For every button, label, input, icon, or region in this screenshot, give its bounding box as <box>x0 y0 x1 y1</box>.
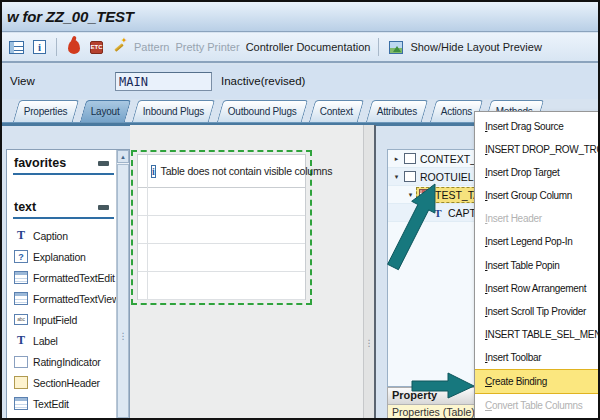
palette-section-favorites: favorites <box>13 155 114 175</box>
palette-item-label: InputField <box>33 314 77 326</box>
palette-item-icon <box>14 250 28 263</box>
scroll-up-button[interactable]: ▲ <box>117 150 129 163</box>
palette-item[interactable]: FormattedTextEdit <box>13 267 116 288</box>
tab-label: Outbound Plugs <box>228 102 297 122</box>
context-menu-item-label: Insert Scroll Tip Provider <box>485 306 586 317</box>
tree-expander-icon[interactable]: ▸ <box>391 155 402 163</box>
selected-element-outline: i Table does not contain visible columns <box>131 150 312 305</box>
palette-item-label: Caption <box>33 230 68 242</box>
palette-item-label: TextEdit <box>33 398 69 410</box>
scrollbar-thumb[interactable]: ⋮ <box>117 164 129 418</box>
info-icon: i <box>151 165 156 178</box>
tab-label: Inbound Plugs <box>143 102 204 122</box>
context-menu: Insert Drag Source INSERT DROP_ROW_TRG_I… <box>474 111 600 420</box>
tab[interactable]: Properties <box>13 100 79 122</box>
tree-item-icon <box>404 153 416 164</box>
preview-scrollbar[interactable]: ⋮ <box>363 125 374 418</box>
tree-item-icon <box>404 171 416 182</box>
activate-icon[interactable]: ETC <box>88 39 105 56</box>
table-empty-row <box>138 272 305 300</box>
context-menu-item-label: Insert Drag Source <box>485 121 564 132</box>
context-menu-item[interactable]: Insert Group Column <box>475 184 600 207</box>
palette-item-label: SectionHeader <box>33 377 100 389</box>
context-menu-item[interactable]: Insert Header <box>475 207 600 230</box>
tab-label: Layout <box>91 102 120 122</box>
palette-item[interactable]: Explanation <box>13 246 116 267</box>
context-menu-item[interactable]: Insert Table Popin <box>475 253 600 276</box>
check-flame-icon[interactable] <box>65 39 82 56</box>
palette-item-icon <box>14 229 28 243</box>
context-menu-item-label: Insert Toolbar <box>485 352 541 363</box>
palette-item-icon <box>14 397 28 410</box>
toolbar-separator <box>378 38 379 56</box>
context-menu-item[interactable]: Convert Table Columns <box>475 394 600 417</box>
context-menu-item[interactable]: Insert Row Arrangement <box>475 277 600 300</box>
table-preview[interactable]: i Table does not contain visible columns <box>137 154 306 300</box>
grid-view-icon[interactable] <box>8 39 25 56</box>
tab[interactable]: Layout <box>80 100 131 122</box>
tree-item-icon <box>432 207 444 219</box>
wand-icon[interactable] <box>111 39 128 56</box>
context-menu-item[interactable]: Create Binding <box>475 369 600 394</box>
table-empty-row <box>138 216 305 244</box>
palette-item-label: FormattedTextView <box>33 293 116 305</box>
collapse-favorites-button[interactable] <box>98 161 109 166</box>
palette-section-text: text <box>13 199 114 219</box>
show-hide-layout-preview-button[interactable]: Show/Hide Layout Preview <box>410 41 541 53</box>
pretty-printer-button[interactable]: Pretty Printer <box>175 41 239 53</box>
controller-documentation-button[interactable]: Controller Documentation <box>246 41 371 53</box>
toolbar-separator <box>56 38 57 56</box>
context-menu-item[interactable]: Insert Legend Pop-In <box>475 230 600 253</box>
tab[interactable]: Inbound Plugs <box>132 100 216 122</box>
palette-item-label: RatingIndicator <box>33 356 101 368</box>
favorites-empty-area <box>13 175 116 199</box>
table-empty-row <box>138 244 305 272</box>
info-icon[interactable]: i <box>31 39 48 56</box>
context-menu-item-label: Insert Drop Target <box>485 167 559 178</box>
palette-item-icon <box>14 334 28 348</box>
text-section-title: text <box>14 200 36 214</box>
tab[interactable]: Outbound Plugs <box>217 100 308 122</box>
palette-item[interactable]: SectionHeader <box>13 372 116 393</box>
tree-expander-icon[interactable]: ▾ <box>391 173 402 181</box>
palette-item-icon <box>14 376 28 389</box>
context-menu-item[interactable]: Insert Toolbar <box>475 346 600 369</box>
palette-item[interactable]: InputField <box>13 309 116 330</box>
context-menu-item[interactable]: INSERT TABLE_SEL_MENU_CFG <box>475 323 600 346</box>
palette-item-icon <box>14 314 28 325</box>
palette-item[interactable]: TextEdit <box>13 393 116 414</box>
tree-expander-icon[interactable]: ▾ <box>405 191 416 199</box>
context-menu-item[interactable]: INSERT DROP_ROW_TRG_INF <box>475 138 600 161</box>
palette-item[interactable]: RatingIndicator <box>13 351 116 372</box>
context-menu-item-label: Insert Header <box>485 213 542 224</box>
view-designer-window: w for ZZ_00_TEST i ETC Pattern Pretty Pr… <box>0 0 600 420</box>
context-menu-item-label: INSERT TABLE_SEL_MENU_CFG <box>485 329 600 340</box>
palette-item[interactable]: Caption <box>13 225 116 246</box>
collapse-text-button[interactable] <box>98 205 109 210</box>
view-label: View <box>10 75 35 87</box>
pattern-button[interactable]: Pattern <box>134 41 169 53</box>
palette-item[interactable]: Label <box>13 330 116 351</box>
view-bar: View Inactive(revised) <box>2 65 598 99</box>
context-menu-item-label: Insert Row Arrangement <box>485 283 586 294</box>
layout-preview-canvas: i Table does not contain visible columns… <box>130 125 376 418</box>
view-name-input[interactable] <box>115 72 212 91</box>
tab[interactable]: Attributes <box>366 100 429 122</box>
scrollbar-grip: ⋮ <box>364 340 374 347</box>
context-menu-item[interactable]: Insert Drag Source <box>475 115 600 138</box>
palette-item-icon <box>14 356 28 368</box>
context-menu-item-label: Convert Table Columns <box>485 400 582 411</box>
scrollbar-grip: ⋮ <box>118 333 128 340</box>
context-menu-item[interactable]: Insert Scroll Tip Provider <box>475 300 600 323</box>
palette-item-icon <box>14 271 28 284</box>
context-menu-item-label: Insert Legend Pop-In <box>485 236 572 247</box>
toolbar: i ETC Pattern Pretty Printer Controller … <box>2 33 598 63</box>
favorites-section-title: favorites <box>14 156 66 170</box>
table-empty-row <box>138 188 305 216</box>
palette-scrollbar[interactable]: ▲ ⋮ <box>116 150 129 418</box>
palette-item[interactable]: FormattedTextView <box>13 288 116 309</box>
tab-label: Actions <box>440 102 471 122</box>
tab[interactable]: Context <box>309 100 364 122</box>
context-menu-item-label: Create Binding <box>485 376 547 387</box>
context-menu-item[interactable]: Insert Drop Target <box>475 161 600 184</box>
